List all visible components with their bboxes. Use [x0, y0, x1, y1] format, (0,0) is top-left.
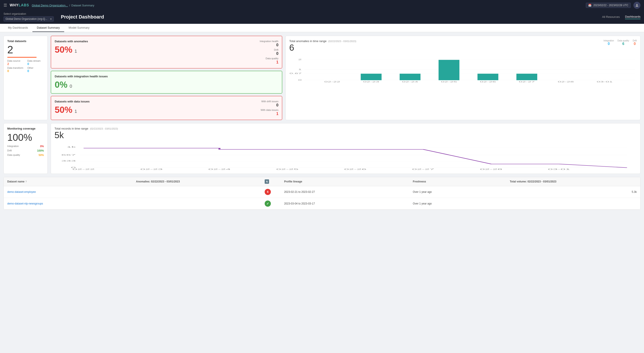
monitoring-coverage-title: Monitoring coverage: [7, 127, 44, 130]
line-chart-wrap: 0 333 667 1k 02-22 02-23 02-24 02-25: [54, 144, 637, 170]
line-chart-svg: 0 333 667 1k 02-22 02-23 02-24 02-25: [54, 144, 637, 170]
stat-data-stream: Data stream 0: [27, 59, 44, 66]
svg-text:03-01: 03-01: [597, 81, 613, 83]
table-row: demo-dataset-nlp-newsgroups ✓ 2023-03-04…: [4, 198, 640, 210]
breadcrumb-separator: /: [69, 4, 70, 7]
drift-issues-val: 0: [261, 103, 278, 107]
coverage-integration-val: 0%: [40, 145, 44, 148]
anomalies-chart-header: Total anomalies in time range (02/22/202…: [289, 39, 637, 54]
hamburger-menu[interactable]: ☰: [4, 3, 7, 8]
stat-data-stream-label: Data stream: [27, 59, 44, 62]
svg-text:02-23: 02-23: [363, 81, 379, 83]
th-freshness: Freshness: [413, 179, 508, 184]
legend-integration: Integration 0: [604, 39, 614, 46]
breadcrumb-current: Dataset Summary: [72, 4, 94, 7]
svg-rect-12: [439, 60, 460, 80]
tab-model-summary[interactable]: Model Summary: [64, 24, 94, 32]
monitoring-coverage-value: 100%: [7, 132, 44, 143]
svg-text:02-25: 02-25: [276, 168, 298, 170]
stat-other-label: Other: [27, 66, 44, 69]
anomalies-big-number: 6: [289, 43, 356, 53]
svg-text:02-28: 02-28: [480, 168, 502, 170]
bar-chart-svg: 0 0.67 1 2: [289, 56, 637, 83]
data-issues-val: 1: [261, 111, 278, 116]
svg-text:667: 667: [61, 154, 76, 156]
svg-text:03-01: 03-01: [548, 168, 570, 170]
datasets-data-issues-card: Datasets with data issues 50% 1 With dri…: [51, 96, 282, 120]
org-select-wrap: Select organization Global Demo Organiza…: [4, 12, 54, 21]
tab-dataset-summary[interactable]: Dataset Summary: [32, 24, 64, 32]
dataset-link-1[interactable]: demo-dataset-employee: [7, 190, 36, 193]
datasets-anomalies-card: Datasets with anomalies 50% 1 Integratio…: [51, 36, 282, 68]
help-icon[interactable]: ?: [25, 180, 27, 183]
svg-rect-10: [361, 74, 382, 80]
top-nav: ☰ WHYLABS Global Demo Organization... / …: [0, 0, 644, 10]
anomaly-right-stats: Integration health 0 Drift 0 Data qualit…: [260, 40, 278, 64]
breadcrumb-link[interactable]: Global Demo Organization...: [32, 4, 68, 7]
svg-text:02-22: 02-22: [72, 168, 94, 170]
th-dataset-name: Dataset name ?: [7, 179, 134, 184]
bar-chart-wrap: 0 0.67 1 2: [289, 56, 637, 83]
records-big-number: 5k: [54, 130, 118, 140]
orange-bar: [7, 57, 36, 58]
svg-text:2: 2: [298, 59, 302, 61]
coverage-drift-row: Drift 100%: [7, 149, 44, 152]
records-chart-title: Total records in time range (02/22/2023 …: [54, 127, 118, 130]
table-header: Dataset name ? Anomalies: 02/22/2023 - 0…: [4, 177, 640, 186]
drift-issues-label: With drift issues: [261, 100, 278, 103]
user-avatar[interactable]: [634, 2, 640, 9]
stat-data-source-value: 2: [7, 62, 24, 66]
svg-text:0.67: 0.67: [290, 72, 302, 74]
stat-data-transform-value: 0: [7, 69, 24, 73]
svg-text:1: 1: [298, 68, 302, 70]
svg-text:02-27: 02-27: [519, 81, 535, 83]
calendar-icon: 📅: [588, 4, 592, 7]
org-select-container: Global Demo Organization (org-Q... ▼: [4, 16, 54, 21]
coverage-integration-row: Integration 0%: [7, 145, 44, 148]
svg-text:333: 333: [61, 160, 76, 162]
datasets-integration-percent: 0%: [55, 80, 68, 90]
svg-text:02-24: 02-24: [208, 168, 230, 170]
total-datasets-value: 2: [7, 44, 44, 55]
stat-other-value: 0: [27, 69, 44, 73]
stat-other: Other 0: [27, 66, 44, 73]
tabs-bar: My Dashboards Dataset Summary Model Summ…: [0, 24, 644, 32]
coverage-drift-val: 100%: [37, 149, 44, 152]
datasets-data-issues-title: Datasets with data issues: [55, 100, 90, 103]
logo: WHYLABS: [10, 3, 29, 7]
svg-text:02-22: 02-22: [324, 81, 340, 83]
svg-text:02-24: 02-24: [402, 81, 418, 83]
svg-point-0: [636, 4, 638, 5]
stat-data-source: Data source 2: [7, 59, 24, 66]
data-issues-right-stats: With drift issues 0 With data issues 1: [261, 100, 278, 116]
breadcrumb: Global Demo Organization... / Dataset Su…: [32, 4, 94, 7]
date-range-picker[interactable]: 📅 2023/02/22 - 2023/02/28 UTC: [586, 3, 631, 8]
integration-health-val: 0: [260, 43, 278, 47]
nav-link-dashboards[interactable]: Dashboards: [625, 15, 640, 19]
top-row: Total datasets 2 Data source 2 Data stre…: [4, 36, 640, 120]
tab-my-dashboards[interactable]: My Dashboards: [4, 24, 32, 32]
coverage-integration-label: Integration: [7, 145, 19, 148]
td-dataset-name-1: demo-dataset-employee: [7, 190, 134, 193]
drift-val-anomaly: 0: [260, 51, 278, 56]
org-select[interactable]: Global Demo Organization (org-Q...: [4, 16, 54, 21]
bottom-row: Monitoring coverage 100% Integration 0% …: [4, 123, 640, 174]
total-anomalies-card: Total anomalies in time range (02/22/202…: [286, 36, 640, 120]
data-quality-val-anomaly: 1: [260, 60, 278, 64]
datasets-data-issues-percent: 50%: [55, 105, 72, 115]
sort-icon[interactable]: ⇅: [265, 179, 269, 184]
td-volume-1: 5.3k: [510, 190, 637, 193]
anomaly-badge-green: ✓: [265, 201, 271, 207]
stat-data-source-label: Data source: [7, 59, 24, 62]
coverage-drift-label: Drift: [7, 149, 12, 152]
th-anomalies: Anomalies: 02/22/2023 - 03/01/2023: [136, 179, 263, 184]
total-datasets-stats: Data source 2 Data stream 0 Data transfo…: [7, 59, 44, 73]
main-content: Total datasets 2 Data source 2 Data stre…: [0, 32, 644, 213]
th-sort: ⇅: [265, 179, 282, 184]
anomaly-badge-red: 6: [265, 189, 271, 195]
datasets-anomalies-count: 1: [74, 49, 77, 54]
nav-link-all-resources[interactable]: All Resources: [602, 15, 620, 19]
svg-text:02-25: 02-25: [441, 81, 457, 83]
dataset-link-2[interactable]: demo-dataset-nlp-newsgroups: [7, 202, 43, 205]
dataset-table: Dataset name ? Anomalies: 02/22/2023 - 0…: [4, 177, 640, 210]
